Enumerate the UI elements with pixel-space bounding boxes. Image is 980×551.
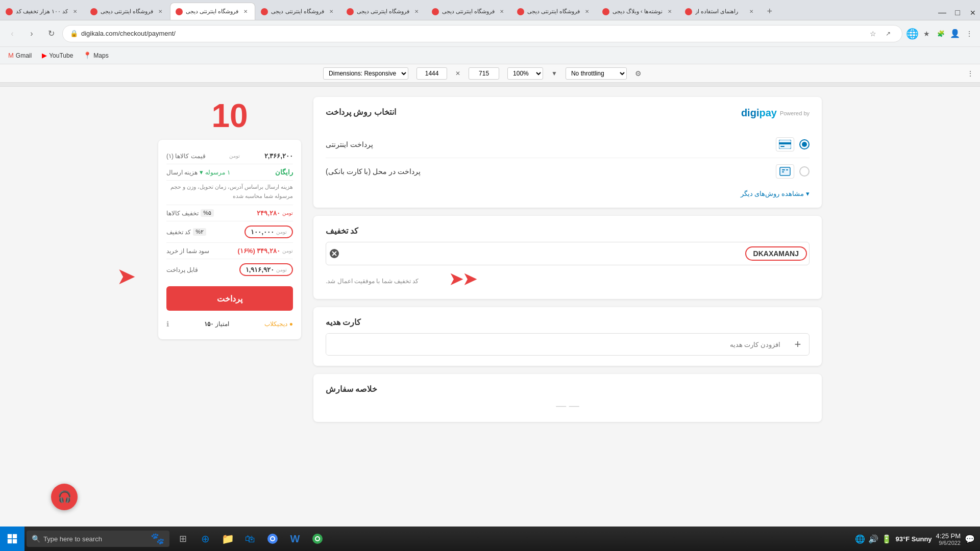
- gift-card-input[interactable]: [326, 333, 787, 356]
- tab-5[interactable]: فروشگاه اینترنتی دیجی ✕: [341, 3, 426, 20]
- tab-close-4[interactable]: ✕: [327, 8, 335, 16]
- taskbar-app-taskview[interactable]: ⊞: [172, 527, 194, 551]
- tab-close-5[interactable]: ✕: [412, 8, 421, 16]
- tab-close-7[interactable]: ✕: [583, 8, 591, 16]
- bookmark-gmail[interactable]: M Gmail: [4, 49, 36, 61]
- tab-close-6[interactable]: ✕: [498, 8, 506, 16]
- shipping-link[interactable]: ۱ مرسوله: [205, 169, 230, 176]
- tab-3-active[interactable]: فروشگاه اینترنتی دیجی ✕: [170, 3, 255, 20]
- discount-clear-button[interactable]: [326, 245, 342, 262]
- discount-items-value-group: تومن ۲۴۹,۲۸۰: [257, 209, 293, 217]
- temp-weather: 93°F Sunny: [896, 535, 932, 543]
- see-more-methods[interactable]: ▾ مشاهده روش‌های دیگر: [326, 185, 810, 197]
- profit-row: تومن ۳۴۹,۲۸۰ (۱۶%) سود شما از خرید: [166, 243, 293, 259]
- discount-code-input[interactable]: [342, 242, 743, 265]
- gift-card-card: کارت هدیه +: [313, 307, 822, 366]
- svg-point-19: [316, 537, 319, 540]
- online-payment-option[interactable]: پرداخت اینترنتی: [326, 131, 810, 158]
- online-radio-selected[interactable]: [799, 139, 810, 149]
- pay-button[interactable]: پرداخت: [166, 286, 293, 311]
- temp-text: 93°F: [896, 535, 910, 543]
- order-panel: ➤ ۲,۳۶۶,۲۰۰ تومن قیمت کالاها (۱) رایگان …: [158, 140, 301, 339]
- minimize-button[interactable]: —: [935, 6, 949, 20]
- translate-icon[interactable]: 🌐: [905, 27, 919, 40]
- tab-7[interactable]: فروشگاه اینترنتی دیجی ✕: [511, 3, 597, 20]
- height-input[interactable]: [469, 67, 499, 80]
- discount-items-percent: %۵: [201, 209, 214, 217]
- discount-items-label: تخفیف کالاها: [166, 210, 199, 217]
- width-input[interactable]: [416, 67, 447, 80]
- bookmark-maps[interactable]: 📍 Maps: [79, 49, 112, 61]
- star-icon[interactable]: ☆: [866, 27, 879, 40]
- dimensions-select[interactable]: Dimensions: Responsive: [323, 67, 408, 80]
- shipping-label-group: ۱ مرسوله ▾ هزینه ارسال: [166, 168, 230, 176]
- taskbar-app-store[interactable]: 🛍: [239, 527, 261, 551]
- gmail-label: Gmail: [16, 52, 32, 59]
- extensions-icon[interactable]: 🧩: [934, 27, 947, 40]
- bookmark-youtube[interactable]: ▶ YouTube: [38, 49, 77, 61]
- dimensions-option[interactable]: Dimensions: Responsive: [323, 67, 408, 80]
- taskbar-search[interactable]: 🔍 Type here to search 🐾: [27, 531, 169, 547]
- profit-label: سود شما از خرید: [166, 247, 209, 255]
- discount-input-row: DKAXAMANJ: [326, 242, 810, 265]
- digikclub-icon: ●: [289, 320, 293, 328]
- notification-icon[interactable]: 💬: [965, 534, 975, 544]
- more-options-icon[interactable]: ⋮: [967, 69, 974, 78]
- tab-8[interactable]: نوشته‌ها › وبلاگ دیجی ✕: [597, 3, 679, 20]
- tab-1[interactable]: کد ۱۰۰ هزار تخفیف کد ✕: [0, 3, 85, 20]
- close-button[interactable]: ✕: [966, 6, 980, 20]
- discount-items-row: تومن ۲۴۹,۲۸۰ %۵ تخفیف کالاها: [166, 205, 293, 221]
- zoom-select[interactable]: 100%: [507, 67, 543, 80]
- profile-icon[interactable]: 👤: [948, 27, 962, 40]
- tab-6[interactable]: فروشگاه اینترنتی دیجی ✕: [426, 3, 511, 20]
- order-summary-card: خلاصه سفارش — —: [313, 374, 822, 422]
- tab-close-8[interactable]: ✕: [666, 8, 674, 16]
- taskbar-app-chrome2[interactable]: [306, 527, 329, 551]
- support-button[interactable]: 🎧: [51, 484, 78, 510]
- settings-icon[interactable]: ⚙: [635, 69, 642, 78]
- info-icon[interactable]: ℹ: [166, 320, 169, 328]
- digikclub-points-label: امتیاز: [215, 320, 229, 328]
- tab-close-2[interactable]: ✕: [156, 8, 164, 16]
- back-button[interactable]: ‹: [4, 26, 20, 42]
- tab-close-1[interactable]: ✕: [71, 8, 79, 16]
- gmail-icon: M: [8, 52, 14, 59]
- tab-4[interactable]: فروشگاه اینترنتی دیجی ✕: [255, 3, 340, 20]
- taskbar-app-chrome1[interactable]: [261, 527, 284, 551]
- taskbar-app-word[interactable]: W: [284, 527, 306, 551]
- throttling-select[interactable]: No throttling: [566, 67, 627, 80]
- step-number: 10: [211, 97, 248, 135]
- tab-title-7: فروشگاه اینترنتی دیجی: [527, 8, 580, 15]
- new-tab-button[interactable]: +: [761, 3, 778, 20]
- tab-9[interactable]: راهنمای استفاده از ✕: [679, 3, 761, 20]
- address-input[interactable]: 🔒 digikala.com/checkout/payment/ ☆ ↗: [62, 25, 902, 42]
- items-price-label: قیمت کالاها (۱): [166, 153, 206, 160]
- bookmark-star-icon[interactable]: ★: [920, 27, 933, 40]
- start-button[interactable]: [0, 527, 24, 551]
- tab-close-3[interactable]: ✕: [241, 8, 250, 16]
- word-icon: W: [290, 533, 300, 545]
- taskbar-app-edge[interactable]: ⊕: [194, 527, 216, 551]
- refresh-button[interactable]: ↻: [43, 26, 59, 42]
- tab-favicon-7: [517, 8, 524, 15]
- share-icon[interactable]: ↗: [881, 27, 895, 40]
- discount-code-value: ۱۰۰,۰۰۰: [251, 228, 274, 236]
- tab-close-9[interactable]: ✕: [747, 8, 755, 16]
- onsite-radio-empty[interactable]: [799, 166, 810, 177]
- tab-2[interactable]: فروشگاه اینترنتی دیجی ✕: [85, 3, 170, 20]
- devtools-bar: Dimensions: Responsive ✕ 100% ▼ No throt…: [0, 64, 980, 83]
- gift-add-button[interactable]: +: [787, 333, 809, 356]
- zoom-dropdown: ▼: [551, 70, 557, 77]
- onsite-payment-option[interactable]: پرداخت در محل (با کارت بانکی): [326, 158, 810, 185]
- maximize-button[interactable]: □: [950, 6, 965, 20]
- menu-icon[interactable]: ⋮: [963, 27, 976, 40]
- maps-icon: 📍: [83, 52, 91, 59]
- taskbar-app-explorer[interactable]: 📁: [216, 527, 239, 551]
- forward-button[interactable]: ›: [23, 26, 40, 42]
- discount-input-area: DKAXAMANJ ➤➤ کد تخفیف شما با موفقیت اعما…: [326, 242, 810, 289]
- svg-point-16: [271, 537, 274, 540]
- bookmarks-bar: M Gmail ▶ YouTube 📍 Maps: [0, 47, 980, 64]
- discount-arrow-icon: ➤➤: [449, 269, 477, 289]
- svg-rect-5: [782, 171, 784, 172]
- explorer-icon: 📁: [222, 533, 234, 545]
